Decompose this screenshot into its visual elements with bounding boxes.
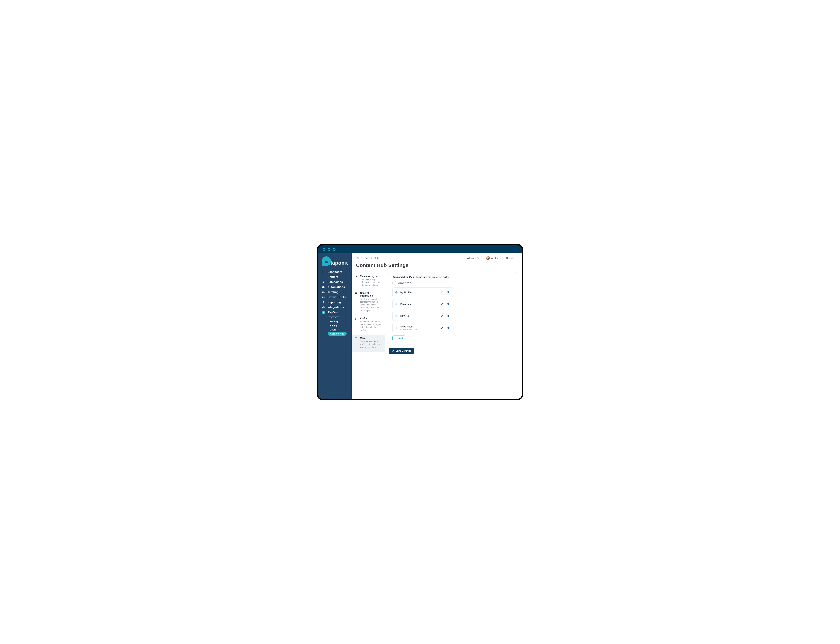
breadcrumb-current: Content Hub xyxy=(364,256,379,260)
chevron-down-icon xyxy=(515,257,517,259)
browser-chrome-bar xyxy=(318,245,522,253)
nav-integrations[interactable]: Integrations xyxy=(321,305,350,310)
subnav-menu[interactable]: Menu Set the menu items you'd like to in… xyxy=(352,335,385,352)
info-icon xyxy=(354,292,358,312)
account-subnav: 833-555-5555 Settings Billing Users Cont… xyxy=(328,316,352,336)
nav-growth-tools[interactable]: Growth Tools xyxy=(321,295,350,300)
pencil-icon xyxy=(322,276,325,278)
svg-point-8 xyxy=(323,297,324,298)
check-icon xyxy=(392,350,394,352)
brand-logo[interactable]: taponit xyxy=(318,255,352,269)
edit-menu-item-button[interactable] xyxy=(440,314,445,318)
target-icon xyxy=(322,291,325,294)
chevron-down-icon xyxy=(500,257,501,259)
menu-item-card[interactable]: Favorites xyxy=(392,299,453,309)
add-menu-item-button[interactable]: Add xyxy=(392,335,405,341)
plus-icon xyxy=(395,337,397,339)
nav-content[interactable]: Content xyxy=(321,274,350,279)
nav-label: Campaigns xyxy=(327,281,343,284)
subnav-billing[interactable]: Billing xyxy=(328,324,352,328)
target-icon xyxy=(322,296,325,299)
subnav-content-hub[interactable]: Content Hub xyxy=(328,332,346,336)
edit-menu-item-button[interactable] xyxy=(440,290,445,295)
drag-handle-icon[interactable] xyxy=(395,327,398,329)
drag-handle-icon[interactable] xyxy=(395,314,398,317)
menu-item-list: My Profile Favorites xyxy=(392,288,513,333)
home-icon[interactable] xyxy=(356,256,359,260)
nav-account[interactable]: TapOnIt xyxy=(321,310,350,315)
delete-menu-item-button[interactable] xyxy=(446,290,450,295)
save-button-label: Save Settings xyxy=(395,350,411,352)
add-button-label: Add xyxy=(398,337,403,340)
subnav-title: Profile xyxy=(360,317,382,320)
subnav-desc: Select the data you'd like to collect fr… xyxy=(360,320,382,332)
chevron-right-icon xyxy=(361,257,363,259)
svg-rect-10 xyxy=(323,302,324,302)
device-frame: taponit Dashboard Content Campaigns Au xyxy=(317,244,523,400)
nav-dashboard[interactable]: Dashboard xyxy=(321,269,350,274)
delete-menu-item-button[interactable] xyxy=(446,325,450,330)
menu-item-card[interactable]: How-To xyxy=(392,311,453,321)
checkbox-box xyxy=(392,281,396,284)
subnav-settings[interactable]: Settings xyxy=(328,320,352,324)
subnav-title: General Information xyxy=(360,292,382,297)
show-view-all-checkbox[interactable]: Show View All xyxy=(392,281,513,284)
panel-instruction: Drag and drop Menu Items into the prefer… xyxy=(392,276,513,278)
svg-point-1 xyxy=(323,287,323,287)
nav-targeting[interactable]: Tareting xyxy=(321,290,350,295)
document-icon xyxy=(322,301,325,304)
user-menu[interactable]: Ashley xyxy=(486,256,501,260)
user-edit-icon xyxy=(354,317,358,332)
svg-point-6 xyxy=(323,292,323,292)
code-icon xyxy=(322,306,325,309)
svg-point-16 xyxy=(355,318,356,319)
page-title: Content Hub Settings xyxy=(352,261,522,271)
nav-label: TapOnIt xyxy=(328,311,338,314)
menu-item-label: How-To xyxy=(400,314,437,317)
markets-dropdown[interactable]: All Markets xyxy=(467,257,482,260)
svg-point-3 xyxy=(324,287,324,287)
subnav-users[interactable]: Users xyxy=(328,328,352,332)
nav-label: Tareting xyxy=(327,291,338,294)
chart-line-icon xyxy=(322,271,325,274)
subnav-general-info[interactable]: General Information Input your support c… xyxy=(352,290,385,315)
bars-icon xyxy=(354,337,358,348)
delete-menu-item-button[interactable] xyxy=(446,302,450,306)
svg-rect-9 xyxy=(323,302,324,302)
subnav-desc: Input your support contact information, … xyxy=(360,298,382,312)
menu-item-label: Favorites xyxy=(400,303,437,306)
breadcrumb: Content Hub xyxy=(356,256,379,260)
edit-menu-item-button[interactable] xyxy=(440,302,445,306)
account-phone: 833-555-5555 xyxy=(328,316,352,319)
user-name: Ashley xyxy=(491,257,498,260)
avatar xyxy=(486,256,490,260)
help-menu[interactable]: ? Help xyxy=(505,257,517,260)
panel-wrap: Drag and drop Menu Items into the prefer… xyxy=(385,271,522,359)
help-icon: ? xyxy=(505,257,508,260)
svg-text:?: ? xyxy=(506,257,507,259)
chevron-down-icon xyxy=(480,257,482,259)
menu-item-card[interactable]: My Profile xyxy=(392,288,453,297)
markets-label: All Markets xyxy=(467,257,479,260)
nav-automations[interactable]: Automations xyxy=(321,284,350,290)
sidebar: taponit Dashboard Content Campaigns Au xyxy=(318,253,352,399)
help-label: Help xyxy=(509,257,514,260)
main: Content Hub All Markets Ashley ? Help xyxy=(352,253,522,399)
subnav-title: Menu xyxy=(360,337,382,339)
nav-reporting[interactable]: Reporting xyxy=(321,300,350,305)
subnav-theme-layout[interactable]: Theme & Layout Upload your logo, select … xyxy=(352,273,385,290)
nav-campaigns[interactable]: Campaigns xyxy=(321,279,350,284)
delete-menu-item-button[interactable] xyxy=(446,314,450,318)
app-shell: taponit Dashboard Content Campaigns Au xyxy=(318,253,522,399)
menu-item-card[interactable]: Shop Now https://taponit.com xyxy=(392,323,453,333)
window-dot xyxy=(333,248,335,251)
drag-handle-icon[interactable] xyxy=(395,291,398,294)
save-settings-button[interactable]: Save Settings xyxy=(389,348,414,354)
subnav-profile[interactable]: Profile Select the data you'd like to co… xyxy=(352,315,385,335)
nav-label: Automations xyxy=(327,286,345,289)
subnav-desc: Set the menu items you'd like to include… xyxy=(360,340,382,348)
bullhorn-icon xyxy=(322,281,325,284)
edit-menu-item-button[interactable] xyxy=(440,325,445,330)
drag-handle-icon[interactable] xyxy=(395,303,398,306)
window-dot xyxy=(323,248,325,251)
